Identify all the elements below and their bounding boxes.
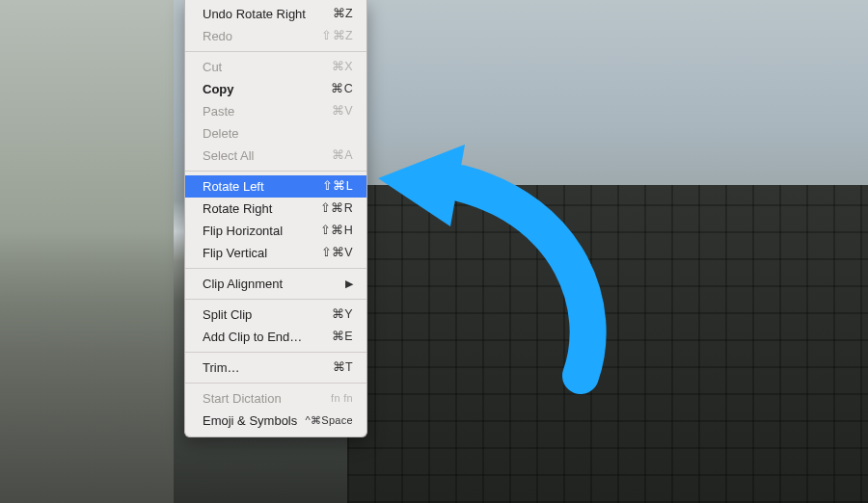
menu-separator [185, 299, 366, 300]
menu-item-cut: Cut ⌘X [185, 56, 366, 78]
menu-item-select-all: Select All ⌘A [185, 145, 366, 167]
edit-menu-dropdown: Undo Rotate Right ⌘Z Redo ⇧⌘Z Cut ⌘X Cop… [184, 0, 367, 437]
menu-item-label: Undo Rotate Right [203, 6, 333, 22]
menu-separator [185, 51, 366, 52]
menu-item-shortcut: ⇧⌘L [322, 178, 353, 195]
menu-item-label: Copy [203, 81, 331, 97]
menu-item-add-clip-to-end[interactable]: Add Clip to End… ⌘E [185, 326, 366, 348]
menu-item-shortcut: ⇧⌘V [321, 245, 353, 261]
menu-separator [185, 171, 366, 172]
menu-item-label: Trim… [203, 359, 333, 376]
menu-item-label: Start Dictation [203, 390, 331, 407]
menu-item-shortcut: ⌘X [332, 59, 353, 75]
menu-item-rotate-left[interactable]: Rotate Left ⇧⌘L [185, 175, 366, 198]
background-photo [0, 0, 868, 503]
menu-item-label: Split Clip [203, 306, 332, 323]
submenu-arrow-icon: ▶ [345, 276, 353, 292]
menu-item-shortcut: ⇧⌘H [320, 223, 353, 239]
menu-item-shortcut: fn fn [331, 390, 353, 407]
menu-item-flip-horizontal[interactable]: Flip Horizontal ⇧⌘H [185, 220, 366, 242]
menu-item-emoji-symbols[interactable]: Emoji & Symbols ^⌘Space [185, 410, 366, 432]
menu-item-trim[interactable]: Trim… ⌘T [185, 357, 366, 379]
menu-item-label: Delete [203, 125, 353, 142]
menu-item-delete: Delete [185, 122, 366, 145]
menu-item-label: Flip Vertical [203, 245, 321, 261]
menu-item-clip-alignment[interactable]: Clip Alignment ▶ [185, 273, 366, 295]
menu-item-label: Clip Alignment [203, 276, 339, 292]
menu-item-label: Emoji & Symbols [203, 412, 306, 429]
menu-item-copy[interactable]: Copy ⌘C [185, 78, 366, 100]
menu-item-flip-vertical[interactable]: Flip Vertical ⇧⌘V [185, 242, 366, 264]
menu-item-shortcut: ^⌘Space [306, 412, 353, 429]
menu-item-label: Flip Horizontal [203, 223, 320, 239]
menu-item-label: Select All [203, 147, 332, 164]
menu-item-shortcut: ⇧⌘R [320, 200, 353, 217]
menu-item-split-clip[interactable]: Split Clip ⌘Y [185, 304, 366, 326]
menu-item-shortcut: ⌘Z [333, 6, 353, 22]
menu-separator [185, 352, 366, 353]
menu-item-shortcut: ⇧⌘Z [321, 28, 353, 44]
menu-item-undo[interactable]: Undo Rotate Right ⌘Z [185, 3, 366, 25]
menu-item-label: Rotate Left [203, 178, 322, 195]
menu-item-shortcut: ⌘Y [332, 306, 353, 323]
menu-item-shortcut: ⌘V [332, 103, 353, 119]
menu-separator [185, 268, 366, 269]
menu-item-label: Cut [203, 59, 332, 75]
menu-item-shortcut: ⌘E [332, 329, 353, 345]
menu-item-shortcut: ⌘T [333, 359, 353, 376]
menu-separator [185, 383, 366, 384]
menu-item-rotate-right[interactable]: Rotate Right ⇧⌘R [185, 198, 366, 220]
menu-item-shortcut: ⌘A [332, 147, 353, 164]
menu-item-label: Rotate Right [203, 200, 320, 217]
menu-item-shortcut: ⌘C [331, 81, 353, 97]
menu-item-paste: Paste ⌘V [185, 100, 366, 122]
menu-item-label: Redo [203, 28, 321, 44]
menu-item-redo: Redo ⇧⌘Z [185, 25, 366, 47]
menu-item-label: Paste [203, 103, 332, 119]
menu-item-start-dictation: Start Dictation fn fn [185, 387, 366, 410]
menu-item-label: Add Clip to End… [203, 329, 332, 345]
